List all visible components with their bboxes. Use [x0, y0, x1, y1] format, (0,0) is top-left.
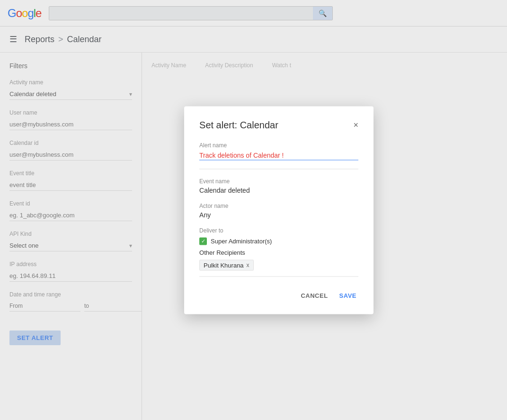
dialog-title: Set alert: Calendar: [199, 119, 278, 130]
close-button[interactable]: ×: [354, 121, 359, 129]
other-recipients-label: Other Recipients: [199, 249, 358, 256]
deliver-to-label: Deliver to: [199, 227, 358, 233]
cancel-button[interactable]: CANCEL: [299, 288, 329, 303]
dialog-header: Set alert: Calendar ×: [199, 119, 358, 130]
dialog-footer: CANCEL SAVE: [199, 288, 358, 303]
event-name-label: Event name: [199, 178, 358, 184]
super-admin-label: Super Administrator(s): [211, 238, 272, 245]
actor-name-value: Any: [199, 211, 211, 218]
recipients-input-line: [199, 276, 358, 277]
divider-1: [199, 169, 358, 169]
recipient-chip-name: Pulkit Khurana: [204, 261, 244, 268]
actor-name-label: Actor name: [199, 202, 358, 209]
super-admin-checkbox[interactable]: [199, 237, 207, 245]
save-button[interactable]: SAVE: [338, 288, 358, 303]
chip-remove-button[interactable]: x: [247, 262, 249, 268]
alert-name-input[interactable]: [199, 150, 358, 160]
actor-name-field: Actor name Any: [199, 202, 358, 218]
super-admin-checkbox-row[interactable]: Super Administrator(s): [199, 237, 358, 245]
deliver-to-section: Deliver to Super Administrator(s) Other …: [199, 227, 358, 277]
recipients-chips: Pulkit Khurana x: [199, 259, 358, 272]
recipient-chip: Pulkit Khurana x: [199, 259, 254, 270]
event-name-field: Event name Calendar deleted: [199, 178, 358, 194]
set-alert-dialog: Set alert: Calendar × Alert name Event n…: [184, 106, 374, 314]
alert-name-field: Alert name: [199, 142, 358, 160]
event-name-value: Calendar deleted: [199, 186, 250, 194]
alert-name-label: Alert name: [199, 142, 358, 148]
